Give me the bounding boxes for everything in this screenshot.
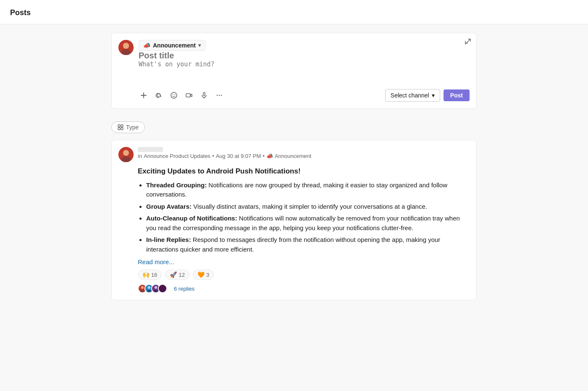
replies-count[interactable]: 6 replies	[174, 286, 194, 292]
user-avatar	[118, 40, 134, 55]
bullet-1: Threaded Grouping: Notifications are now…	[146, 181, 470, 199]
page-header: Posts	[0, 0, 588, 24]
reply-avatar-4	[158, 284, 167, 293]
toolbar-right: Select channel ▾ Post	[385, 89, 470, 102]
svg-point-22	[141, 286, 144, 289]
post-bullet-separator: •	[212, 153, 214, 159]
add-icon[interactable]	[139, 90, 149, 100]
post-type-icon: 📣	[266, 153, 273, 159]
post-card: in Announce Product Updates • Aug 30 at …	[111, 140, 477, 300]
svg-rect-15	[121, 125, 123, 127]
svg-point-19	[123, 150, 129, 156]
svg-point-12	[219, 95, 220, 96]
post-headline: Exciting Updates to Android Push Notific…	[138, 166, 470, 176]
post-author-avatar	[118, 147, 134, 162]
reaction-1-count: 16	[151, 272, 157, 278]
svg-rect-17	[121, 128, 123, 130]
compose-area: 📣 Announcement ▾	[0, 24, 588, 117]
type-filter-button[interactable]: Type	[111, 121, 145, 133]
post-timestamp: Aug 30 at 9:07 PM	[216, 153, 261, 159]
reaction-2-count: 12	[178, 272, 184, 278]
svg-point-28	[155, 286, 158, 289]
svg-rect-9	[203, 92, 205, 96]
svg-point-5	[171, 92, 177, 98]
post-author-name	[138, 147, 163, 152]
reaction-2[interactable]: 🚀 12	[165, 270, 189, 280]
svg-point-7	[175, 94, 176, 95]
audio-icon[interactable]	[199, 90, 209, 100]
svg-rect-8	[186, 94, 190, 97]
select-channel-chevron: ▾	[432, 92, 435, 99]
reaction-3-emoji: 🧡	[197, 271, 205, 278]
bullet-2: Group Avatars: Visually distinct avatars…	[146, 202, 470, 212]
announcement-type-icon: 📣	[143, 42, 150, 49]
select-channel-label: Select channel	[391, 92, 429, 99]
video-icon[interactable]	[184, 90, 194, 100]
compose-type-selector[interactable]: 📣 Announcement ▾	[139, 40, 205, 51]
reaction-3[interactable]: 🧡 3	[193, 270, 214, 280]
svg-point-25	[148, 286, 151, 289]
compose-card: 📣 Announcement ▾	[111, 33, 477, 109]
post-type-label: Announcement	[275, 153, 311, 159]
compose-inner: 📣 Announcement ▾	[139, 40, 470, 102]
svg-point-11	[217, 95, 218, 96]
post-in-label: in	[138, 153, 142, 159]
type-filter-label: Type	[126, 124, 139, 131]
reaction-1[interactable]: 🙌 16	[138, 270, 162, 280]
svg-rect-16	[118, 128, 120, 130]
post-meta: in Announce Product Updates • Aug 30 at …	[138, 147, 311, 159]
post-channel-name: Announce Product Updates	[144, 153, 210, 159]
svg-rect-30	[159, 285, 166, 292]
svg-point-3	[123, 43, 129, 49]
post-content: Exciting Updates to Android Push Notific…	[118, 166, 470, 293]
bullet-3: Auto-Cleanup of Notifications: Notificat…	[146, 214, 470, 233]
post-channel-info: in Announce Product Updates • Aug 30 at …	[138, 153, 311, 159]
read-more-link[interactable]: Read more...	[138, 258, 470, 265]
select-channel-button[interactable]: Select channel ▾	[385, 89, 440, 102]
expand-icon[interactable]	[465, 38, 471, 47]
announcement-type-label: Announcement	[153, 42, 196, 49]
more-icon[interactable]	[214, 90, 224, 100]
compose-toolbar: Select channel ▾ Post	[139, 89, 470, 102]
post-button[interactable]: Post	[444, 89, 470, 101]
svg-point-6	[173, 94, 173, 95]
replies-area[interactable]: 6 replies	[138, 284, 470, 293]
page-title: Posts	[10, 8, 31, 17]
post-body-input[interactable]	[139, 60, 470, 86]
post-type-separator: •	[262, 153, 265, 159]
reaction-1-emoji: 🙌	[142, 271, 150, 278]
type-selector-chevron: ▾	[198, 42, 201, 48]
reaction-3-count: 3	[206, 272, 209, 278]
post-title-input[interactable]	[139, 51, 470, 60]
emoji-icon[interactable]	[169, 90, 179, 100]
post-bullet-list: Threaded Grouping: Notifications are now…	[138, 181, 470, 255]
bullet-4: In-line Replies: Respond to messages dir…	[146, 235, 470, 254]
reaction-2-emoji: 🚀	[170, 271, 177, 278]
toolbar-icons	[139, 90, 224, 100]
reply-avatars	[138, 284, 167, 293]
post-header: in Announce Product Updates • Aug 30 at …	[118, 147, 470, 162]
reactions-row: 🙌 16 🚀 12 🧡 3	[138, 270, 470, 280]
mention-icon[interactable]	[154, 90, 164, 100]
svg-rect-14	[118, 125, 120, 127]
svg-point-13	[221, 95, 222, 96]
